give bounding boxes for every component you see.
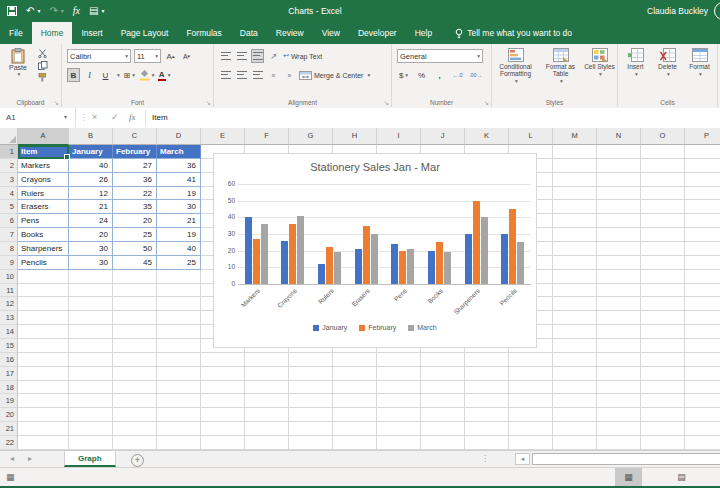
cell-P17[interactable] — [685, 367, 720, 381]
cell-B19[interactable] — [69, 394, 113, 408]
cell-C21[interactable] — [113, 422, 157, 436]
cell-C18[interactable] — [113, 381, 157, 395]
cell-L16[interactable] — [509, 353, 553, 367]
tab-review[interactable]: Review — [267, 22, 313, 44]
row-header-17[interactable]: 17 — [0, 367, 18, 381]
cell-D18[interactable] — [157, 381, 201, 395]
cell-B7[interactable]: 20 — [69, 228, 113, 242]
bar-january-pens[interactable] — [391, 244, 398, 284]
cell-A15[interactable] — [18, 339, 69, 353]
decrease-decimal-icon[interactable]: .00→ — [469, 68, 482, 82]
cell-G16[interactable] — [289, 353, 333, 367]
redo-dropdown-icon[interactable]: ▾ — [61, 0, 64, 22]
cell-N7[interactable] — [597, 228, 641, 242]
cell-B13[interactable] — [69, 311, 113, 325]
row-header-4[interactable]: 4 — [0, 187, 18, 201]
cell-M1[interactable] — [553, 145, 597, 159]
column-header-H[interactable]: H — [333, 128, 377, 145]
row-header-16[interactable]: 16 — [0, 353, 18, 367]
cell-M4[interactable] — [553, 187, 597, 201]
cell-F16[interactable] — [245, 353, 289, 367]
cell-P20[interactable] — [685, 408, 720, 422]
cell-O16[interactable] — [641, 353, 685, 367]
tab-formulas[interactable]: Formulas — [177, 22, 230, 44]
hscroll-left-icon[interactable]: ◂ — [515, 453, 530, 465]
cell-K22[interactable] — [465, 436, 509, 450]
cell-N22[interactable] — [597, 436, 641, 450]
cell-B17[interactable] — [69, 367, 113, 381]
cell-B21[interactable] — [69, 422, 113, 436]
cell-H20[interactable] — [333, 408, 377, 422]
cell-B5[interactable]: 21 — [69, 200, 113, 214]
cell-B4[interactable]: 12 — [69, 187, 113, 201]
cell-C16[interactable] — [113, 353, 157, 367]
bar-march-books[interactable] — [444, 252, 451, 284]
cell-B8[interactable]: 30 — [69, 242, 113, 256]
cell-C6[interactable]: 20 — [113, 214, 157, 228]
cell-A14[interactable] — [18, 325, 69, 339]
cell-D2[interactable]: 36 — [157, 159, 201, 173]
cell-M13[interactable] — [553, 311, 597, 325]
cell-J18[interactable] — [421, 381, 465, 395]
column-header-O[interactable]: O — [641, 128, 685, 145]
cell-B14[interactable] — [69, 325, 113, 339]
cell-A13[interactable] — [18, 311, 69, 325]
cell-D12[interactable] — [157, 297, 201, 311]
column-header-N[interactable]: N — [597, 128, 641, 145]
cancel-icon[interactable]: × — [92, 108, 97, 127]
tab-data[interactable]: Data — [231, 22, 267, 44]
tell-me-box[interactable]: Tell me what you want to do — [447, 22, 580, 44]
percent-format-icon[interactable]: % — [415, 68, 428, 82]
cell-P13[interactable] — [685, 311, 720, 325]
cell-D4[interactable]: 19 — [157, 187, 201, 201]
column-header-I[interactable]: I — [377, 128, 421, 145]
column-header-G[interactable]: G — [289, 128, 333, 145]
chart-title[interactable]: Stationery Sales Jan - Mar — [214, 161, 536, 173]
cell-P5[interactable] — [685, 200, 720, 214]
cell-L21[interactable] — [509, 422, 553, 436]
legend-item-march[interactable]: March — [408, 324, 436, 331]
cell-E22[interactable] — [201, 436, 245, 450]
cell-N18[interactable] — [597, 381, 641, 395]
row-header-11[interactable]: 11 — [0, 284, 18, 298]
redo-icon[interactable]: ↷ — [49, 0, 57, 22]
cell-G21[interactable] — [289, 422, 333, 436]
delete-cells-button[interactable]: Delete ▾ — [654, 44, 682, 107]
column-header-A[interactable]: A — [18, 128, 69, 145]
cell-B15[interactable] — [69, 339, 113, 353]
add-sheet-icon[interactable]: + — [131, 454, 144, 467]
print-preview-icon[interactable]: ▤ — [89, 0, 98, 22]
cell-O5[interactable] — [641, 200, 685, 214]
sheet-tab-graph[interactable]: Graph — [64, 451, 116, 467]
bar-february-erasers[interactable] — [363, 226, 370, 284]
cell-P14[interactable] — [685, 325, 720, 339]
cell-A19[interactable] — [18, 394, 69, 408]
cell-A1[interactable]: Item — [18, 145, 69, 159]
cell-O20[interactable] — [641, 408, 685, 422]
cell-C4[interactable]: 22 — [113, 187, 157, 201]
column-header-C[interactable]: C — [113, 128, 157, 145]
cell-C5[interactable]: 35 — [113, 200, 157, 214]
cell-O11[interactable] — [641, 284, 685, 298]
increase-font-size-button[interactable]: A▴ — [164, 49, 177, 63]
font-dialog-launcher-icon[interactable]: ↘ — [206, 99, 211, 106]
cell-N20[interactable] — [597, 408, 641, 422]
tab-developer[interactable]: Developer — [349, 22, 406, 44]
hscroll-thumb[interactable] — [532, 453, 720, 465]
cell-E16[interactable] — [201, 353, 245, 367]
cell-C7[interactable]: 25 — [113, 228, 157, 242]
cell-N12[interactable] — [597, 297, 641, 311]
cell-A2[interactable]: Markers — [18, 159, 69, 173]
view-page-layout-icon[interactable]: ▤ — [668, 468, 695, 486]
cell-M12[interactable] — [553, 297, 597, 311]
cell-L18[interactable] — [509, 381, 553, 395]
cell-B11[interactable] — [69, 284, 113, 298]
cell-O2[interactable] — [641, 159, 685, 173]
cell-M8[interactable] — [553, 242, 597, 256]
legend-item-january[interactable]: January — [313, 324, 347, 331]
cell-N2[interactable] — [597, 159, 641, 173]
account-name[interactable]: Claudia Buckley — [647, 0, 708, 22]
cell-M18[interactable] — [553, 381, 597, 395]
cell-K19[interactable] — [465, 394, 509, 408]
sheet-prev-icon[interactable]: ◂ — [10, 451, 14, 467]
